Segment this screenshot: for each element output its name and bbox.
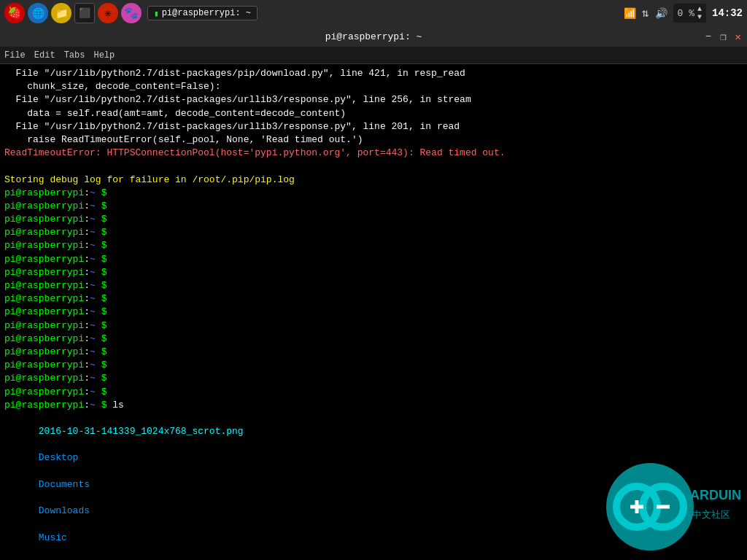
terminal-line: pi@raspberrypi:~ $ bbox=[4, 319, 743, 332]
network-icon: ⇅ bbox=[642, 6, 649, 20]
terminal-line: pi@raspberrypi:~ $ bbox=[4, 200, 743, 213]
terminal-line: pi@raspberrypi:~ $ bbox=[4, 306, 743, 319]
terminal-line: pi@raspberrypi:~ $ bbox=[4, 187, 743, 200]
terminal-line: File "/usr/lib/python2.7/dist-packages/u… bbox=[4, 93, 743, 106]
taskbar-right: 📶 ⇅ 🔊 0 % ▲ ▼ 14:32 bbox=[624, 4, 743, 23]
menu-file[interactable]: File bbox=[4, 50, 26, 61]
terminal-window: pi@raspberrypi: ~ − ❐ ✕ File Edit Tabs H… bbox=[0, 26, 747, 560]
terminal-line: data = self.read(amt=amt, decode_content… bbox=[4, 107, 743, 120]
terminal-line: pi@raspberrypi:~ $ bbox=[4, 279, 743, 292]
terminal-line: pi@raspberrypi:~ $ bbox=[4, 346, 743, 359]
raspberry-icon[interactable]: 🍓 bbox=[4, 3, 25, 23]
browser-icon[interactable]: 🌐 bbox=[28, 3, 48, 23]
menu-tabs[interactable]: Tabs bbox=[64, 50, 85, 61]
terminal-line: pi@raspberrypi:~ $ bbox=[4, 372, 743, 385]
close-button[interactable]: ✕ bbox=[732, 31, 744, 43]
terminal-line: File "/usr/lib/python2.7/dist-packages/p… bbox=[4, 67, 743, 80]
menubar: File Edit Tabs Help bbox=[0, 47, 747, 64]
folder-icon[interactable]: 📁 bbox=[51, 3, 71, 23]
terminal-line: pi@raspberrypi:~ $ bbox=[4, 226, 743, 239]
arduino-watermark: ARDUINO 中文社区 bbox=[584, 459, 741, 554]
terminal-line: raise ReadTimeoutError(self._pool, None,… bbox=[4, 133, 743, 147]
titlebar: pi@raspberrypi: ~ − ❐ ✕ bbox=[0, 26, 747, 47]
terminal-line: pi@raspberrypi:~ $ bbox=[4, 292, 743, 306]
terminal-line: pi@raspberrypi:~ $ bbox=[4, 386, 743, 399]
terminal-line: pi@raspberrypi:~ $ bbox=[4, 266, 743, 279]
burst-icon[interactable]: ✳ bbox=[98, 3, 118, 23]
menu-help[interactable]: Help bbox=[93, 50, 115, 61]
menu-edit[interactable]: Edit bbox=[34, 50, 55, 61]
taskbar: 🍓 🌐 📁 ⬛ ✳ 🐾 ▮ pi@raspberrypi: ~ 📶 ⇅ 🔊 0 … bbox=[0, 0, 747, 26]
minimize-button[interactable]: − bbox=[703, 31, 714, 43]
terminal-line: pi@raspberrypi:~ $ bbox=[4, 332, 743, 346]
terminal-line: pi@raspberrypi:~ $ bbox=[4, 359, 743, 372]
terminal-line: pi@raspberrypi:~ $ bbox=[4, 253, 743, 266]
battery-scroll[interactable]: ▲ ▼ bbox=[697, 5, 702, 21]
terminal-line: chunk_size, decode_content=False): bbox=[4, 80, 743, 93]
window-controls: − ❐ ✕ bbox=[703, 31, 744, 43]
terminal-line: Storing debug log for failure in /root/.… bbox=[4, 174, 743, 187]
terminal-line: ReadTimeoutError: HTTPSConnectionPool(ho… bbox=[4, 147, 743, 160]
arduino-text: ARDUINO bbox=[690, 488, 741, 502]
active-window-label: pi@raspberrypi: ~ bbox=[162, 8, 251, 18]
battery-area: 0 % ▲ ▼ bbox=[673, 4, 706, 23]
bluetooth-icon: 📶 bbox=[624, 7, 636, 20]
arduino-chinese: 中文社区 bbox=[692, 509, 730, 520]
arduino-logo-svg: ARDUINO 中文社区 bbox=[584, 459, 741, 554]
window-title: pi@raspberrypi: ~ bbox=[325, 31, 422, 42]
clock: 14:32 bbox=[712, 7, 743, 19]
volume-icon: 🔊 bbox=[655, 7, 667, 20]
animal-icon[interactable]: 🐾 bbox=[121, 3, 142, 23]
terminal-line: pi@raspberrypi:~ $ bbox=[4, 213, 743, 226]
terminal-line: pi@raspberrypi:~ $ bbox=[4, 239, 743, 252]
terminal-line: pi@raspberrypi:~ $ ls bbox=[4, 399, 743, 412]
maximize-button[interactable]: ❐ bbox=[717, 31, 729, 43]
terminal-line: File "/usr/lib/python2.7/dist-packages/u… bbox=[4, 120, 743, 133]
battery-label: 0 % bbox=[678, 8, 694, 19]
terminal-taskbar-icon[interactable]: ⬛ bbox=[74, 3, 95, 23]
active-window-button[interactable]: ▮ pi@raspberrypi: ~ bbox=[147, 6, 258, 20]
terminal-line bbox=[4, 160, 743, 173]
